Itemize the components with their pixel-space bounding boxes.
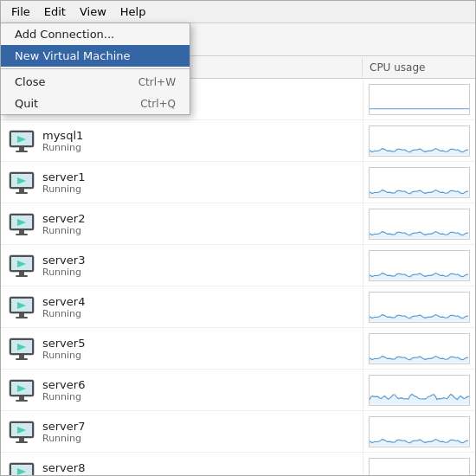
new-vm-label: New Virtual Machine (15, 49, 131, 62)
menu-add-connection[interactable]: Add Connection... (1, 23, 190, 45)
close-label: Close (15, 75, 45, 88)
quit-shortcut: Ctrl+Q (140, 98, 176, 110)
menu-new-vm[interactable]: New Virtual Machine (1, 45, 190, 67)
menu-close[interactable]: Close Ctrl+W (1, 71, 190, 93)
add-connection-label: Add Connection... (15, 28, 114, 41)
close-shortcut: Ctrl+W (138, 76, 176, 88)
main-window: File Edit View Help ⊞ New ▼ ▼ CPU usage (0, 0, 476, 476)
quit-label: Quit (15, 97, 38, 110)
menu-separator-1 (1, 68, 190, 69)
file-menu: Add Connection... New Virtual Machine Cl… (0, 23, 190, 115)
menu-quit[interactable]: Quit Ctrl+Q (1, 93, 190, 114)
dropdown-overlay[interactable]: Add Connection... New Virtual Machine Cl… (0, 0, 476, 476)
